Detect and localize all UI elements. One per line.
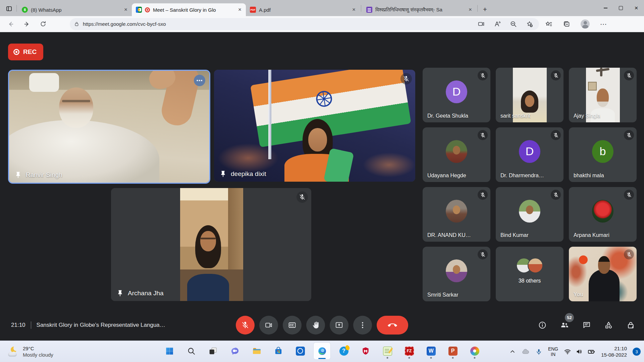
mic-muted-icon xyxy=(478,130,488,140)
settings-more-icon[interactable]: ⋯ xyxy=(600,20,607,28)
grid-tile-udayana-hegde[interactable]: Udayana Hegde xyxy=(423,127,490,182)
grid-tile-others-overflow[interactable]: 38 others xyxy=(496,247,564,301)
grid-tile-dharmendra[interactable]: D Dr. Dharmendra… xyxy=(496,127,564,182)
grid-tile-geeta-shukla[interactable]: D Dr. Geeta Shukla xyxy=(423,68,490,122)
tab-whatsapp[interactable]: 8 (8) WhatsApp × xyxy=(18,3,132,16)
raise-hand-button[interactable] xyxy=(306,316,325,335)
google-forms-favicon xyxy=(366,7,372,13)
pdf-favicon: PDF xyxy=(250,7,256,13)
word-button[interactable]: W xyxy=(422,342,440,360)
start-button[interactable] xyxy=(161,342,178,360)
url-text[interactable]: https://meet.google.com/cvc-bycf-sxo xyxy=(83,21,166,27)
tab-meet-active[interactable]: Meet – Sanskrit Glory in Glo × xyxy=(132,3,246,16)
add-favorite-star-icon[interactable] xyxy=(526,20,533,27)
mcafee-button[interactable] xyxy=(357,342,374,360)
close-tab-icon[interactable]: × xyxy=(122,6,129,13)
tray-overflow-chevron-icon[interactable] xyxy=(509,348,516,355)
ashoka-chakra xyxy=(313,88,335,110)
powerpoint-button[interactable]: P xyxy=(444,342,462,360)
forward-button[interactable] xyxy=(20,18,34,30)
onedrive-cloud-icon[interactable] xyxy=(522,348,530,356)
grid-tile-bind-kumar[interactable]: Bind Kumar xyxy=(496,187,564,242)
present-screen-button[interactable] xyxy=(330,316,348,335)
microsoft-store-button[interactable] xyxy=(270,342,287,360)
google-meet-favicon xyxy=(136,7,142,13)
video-tile-deepika-dixit[interactable]: deepika dixit xyxy=(214,70,415,182)
tab-recording-indicator-icon xyxy=(145,7,150,12)
search-button[interactable] xyxy=(182,342,200,360)
microphone-in-use-icon[interactable] xyxy=(535,348,542,355)
tile-options-button[interactable]: ⋯ xyxy=(194,75,205,86)
close-window-button[interactable]: × xyxy=(629,0,644,16)
grid-tile-arpana-kumari[interactable]: Arpana Kumari xyxy=(569,187,637,242)
new-tab-button[interactable]: + xyxy=(480,4,490,14)
participants-panel-icon[interactable]: 52 xyxy=(560,320,569,330)
grid-tile-anand-kumar[interactable]: DR. ANAND KU… xyxy=(423,187,490,242)
grid-tile-smriti-sarkar[interactable]: Smriti Sarkar xyxy=(423,247,490,301)
avatar-initial: D xyxy=(519,140,540,163)
maximize-button[interactable] xyxy=(613,0,629,16)
leave-call-button[interactable] xyxy=(377,316,408,335)
clock-date-widget[interactable]: 21:10 15-08-2022 xyxy=(601,345,627,358)
video-feed xyxy=(9,71,209,183)
camera-toggle-button[interactable] xyxy=(259,316,278,335)
tab-media-camera-icon[interactable] xyxy=(478,20,485,27)
participant-name: Arpana Kumari xyxy=(574,232,609,238)
participant-name: deepika dixit xyxy=(231,170,266,178)
refresh-button[interactable] xyxy=(36,18,50,30)
back-button[interactable] xyxy=(4,18,17,30)
close-tab-icon[interactable]: × xyxy=(351,6,357,13)
tab-separator xyxy=(361,5,361,12)
participant-name: Udayana Hegde xyxy=(427,173,466,179)
wifi-icon xyxy=(564,348,571,355)
quick-settings[interactable] xyxy=(564,348,595,356)
close-tab-icon[interactable]: × xyxy=(467,6,474,13)
video-tile-archana-jha[interactable]: Archana Jha xyxy=(111,188,311,301)
tab-forms[interactable]: विश्वप्रतिनिधिभाषासु संस्कृतवैभवम्- Sa × xyxy=(362,3,476,16)
tab-separator xyxy=(16,5,17,12)
avatar-photo xyxy=(519,200,540,223)
edge-browser-button-active[interactable] xyxy=(313,342,331,360)
browser-profile-avatar[interactable] xyxy=(581,19,590,28)
more-options-button[interactable] xyxy=(353,316,372,335)
host-controls-lock-icon[interactable] xyxy=(626,321,635,330)
site-security-lock-icon[interactable] xyxy=(74,21,79,27)
grid-tile-ajay-singla[interactable]: Ajay Singla xyxy=(569,68,637,122)
chat-panel-icon[interactable] xyxy=(582,321,591,329)
activities-icon[interactable] xyxy=(604,321,613,330)
close-tab-icon[interactable]: × xyxy=(236,6,243,13)
file-explorer-button[interactable] xyxy=(248,342,265,360)
tab-pdf[interactable]: PDF A.pdf × xyxy=(246,3,360,16)
address-bar[interactable]: https://meet.google.com/cvc-bycf-sxo xyxy=(70,18,539,30)
read-aloud-icon[interactable] xyxy=(494,20,501,27)
video-feed xyxy=(214,70,415,182)
browser-toolbar: https://meet.google.com/cvc-bycf-sxo ⋯ xyxy=(0,16,644,32)
volume-icon xyxy=(576,348,583,355)
weather-widget[interactable]: 29°C Mostly cloudy xyxy=(5,341,57,362)
collections-icon[interactable] xyxy=(563,20,570,28)
mic-muted-icon xyxy=(551,70,561,80)
tab-title: विश्वप्रतिनिधिभाषासु संस्कृतवैभवम्- Sa xyxy=(375,7,464,13)
favorites-bar-icon[interactable] xyxy=(545,20,552,28)
zoom-out-icon[interactable] xyxy=(510,20,517,27)
mic-toggle-button-muted[interactable] xyxy=(236,316,255,335)
notification-count-badge[interactable]: 3 xyxy=(633,348,641,356)
minimize-button[interactable] xyxy=(598,0,613,16)
grid-tile-sarit-sanskrit[interactable]: sarit sanskrit xyxy=(496,68,564,122)
get-help-app-button[interactable]: ? xyxy=(335,342,353,360)
language-indicator[interactable]: ENG IN xyxy=(548,346,558,357)
photos-app-button[interactable] xyxy=(466,342,483,360)
avatar-photo-rose xyxy=(592,200,613,223)
meeting-details-info-icon[interactable] xyxy=(538,321,547,329)
grid-tile-bhakthi-mala[interactable]: b bhakthi mala xyxy=(569,127,637,182)
participants-count-badge: 52 xyxy=(565,313,574,322)
filezilla-button[interactable]: FZ xyxy=(400,342,418,360)
task-view-button[interactable] xyxy=(204,342,222,360)
video-tile-ranvir-singh[interactable]: ⋯ Ranvir Singh xyxy=(8,70,210,184)
teams-chat-button[interactable] xyxy=(226,342,244,360)
notepad-plus-plus-button[interactable] xyxy=(379,342,396,360)
pinned-app-button[interactable] xyxy=(291,342,309,360)
captions-button[interactable] xyxy=(283,316,302,335)
tab-actions-menu-button[interactable] xyxy=(5,4,13,13)
grid-tile-you[interactable]: You xyxy=(569,247,637,301)
